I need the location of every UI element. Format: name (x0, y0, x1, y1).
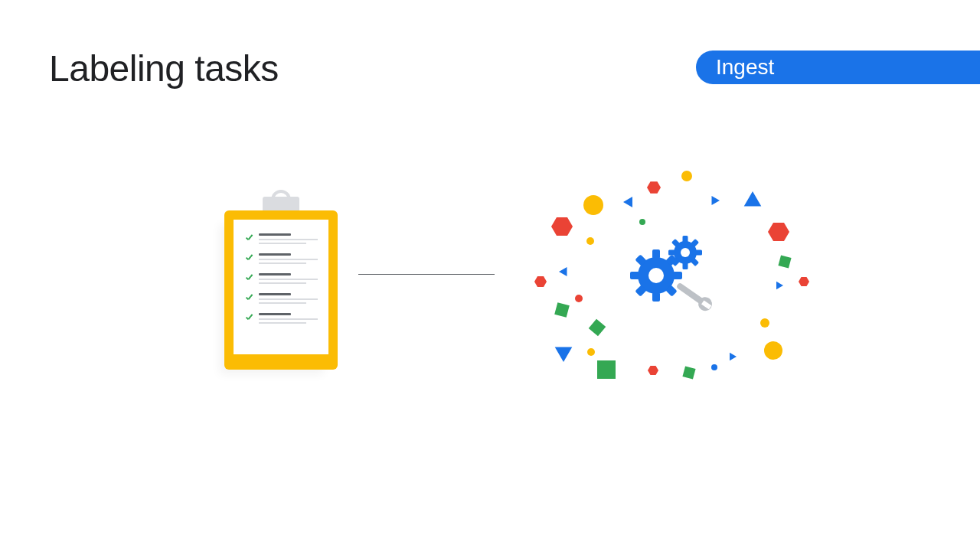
cluster-shape (575, 295, 583, 302)
cluster-shape (589, 319, 606, 337)
cluster-shape (768, 223, 789, 241)
gear-small-icon (668, 236, 702, 269)
cluster-shape (647, 181, 661, 194)
cluster-shape (648, 366, 658, 375)
cluster-shape (534, 276, 547, 287)
cluster-shape (760, 318, 769, 328)
cluster-shape (551, 217, 573, 236)
cluster-shape (730, 353, 737, 360)
cluster-shape (681, 171, 692, 181)
cluster-shape (711, 364, 717, 370)
cluster-shape (764, 341, 782, 360)
checkmark-icon (244, 294, 253, 302)
cluster-shape (583, 195, 603, 215)
stage-pill-ingest: Ingest (696, 51, 980, 84)
clipboard-icon (224, 197, 338, 356)
svg-point-11 (681, 248, 690, 257)
cluster-shape (799, 277, 809, 286)
svg-rect-4 (630, 272, 639, 279)
checkmark-icon (244, 254, 253, 262)
cluster-shape (778, 255, 791, 268)
data-cluster-icon (514, 153, 821, 398)
page-title: Labeling tasks (49, 47, 279, 90)
cluster-shape (554, 302, 570, 318)
cluster-shape (555, 347, 573, 363)
task-row (244, 273, 318, 284)
gear-large-icon (630, 249, 682, 302)
cluster-shape (623, 197, 632, 207)
svg-point-1 (648, 268, 664, 283)
task-row (244, 293, 318, 304)
task-row (244, 313, 318, 324)
svg-rect-2 (652, 249, 660, 259)
svg-rect-5 (673, 272, 682, 279)
cluster-shape (682, 366, 695, 379)
connector-line (358, 274, 495, 275)
cluster-shape (744, 191, 762, 207)
checkmark-icon (244, 314, 253, 322)
task-row (244, 233, 318, 244)
wrench-icon (674, 279, 715, 314)
cluster-shape (712, 196, 720, 205)
svg-rect-3 (652, 292, 660, 302)
checkmark-icon (244, 234, 253, 243)
cluster-shape (776, 282, 783, 289)
cluster-shape (597, 360, 616, 379)
cluster-shape (639, 219, 645, 225)
checkmark-icon (244, 274, 253, 282)
svg-rect-13 (683, 262, 688, 269)
task-row (244, 253, 318, 264)
cluster-shape (587, 348, 595, 356)
cluster-shape (559, 267, 567, 276)
svg-rect-14 (668, 250, 675, 256)
svg-rect-15 (695, 250, 702, 256)
svg-rect-12 (683, 236, 688, 243)
cluster-shape (586, 237, 594, 245)
